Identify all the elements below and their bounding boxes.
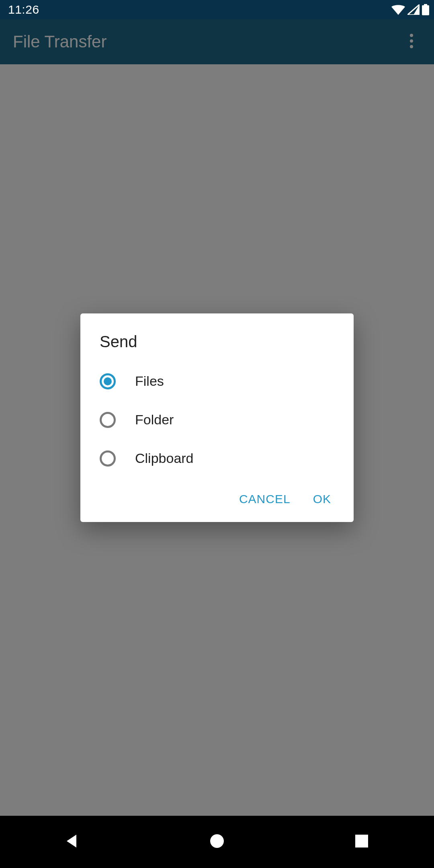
- radio-option-clipboard[interactable]: Clipboard: [90, 439, 344, 478]
- dialog-title: Send: [80, 333, 354, 362]
- radio-label: Files: [135, 373, 164, 389]
- radio-icon: [100, 373, 116, 389]
- nav-back-button[interactable]: [32, 816, 113, 868]
- svg-rect-6: [355, 835, 368, 848]
- screen: 11:26 File Transfer Send: [0, 0, 434, 868]
- wifi-icon: [391, 4, 405, 15]
- nav-recent-button[interactable]: [321, 816, 402, 868]
- status-icons: [391, 4, 429, 15]
- cancel-button[interactable]: CANCEL: [239, 492, 291, 506]
- back-triangle-icon: [64, 833, 80, 851]
- radio-label: Folder: [135, 412, 174, 428]
- radio-option-files[interactable]: Files: [90, 362, 344, 401]
- home-circle-icon: [209, 833, 225, 851]
- battery-icon: [422, 4, 429, 15]
- radio-icon: [100, 412, 116, 428]
- status-time: 11:26: [5, 3, 39, 16]
- navigation-bar: [0, 816, 434, 868]
- radio-option-folder[interactable]: Folder: [90, 401, 344, 439]
- svg-rect-1: [424, 4, 427, 6]
- recent-square-icon: [354, 834, 369, 850]
- radio-list: Files Folder Clipboard: [80, 362, 354, 478]
- radio-label: Clipboard: [135, 450, 194, 466]
- svg-point-5: [210, 834, 224, 848]
- radio-icon: [100, 450, 116, 467]
- dialog-actions: CANCEL OK: [80, 478, 354, 522]
- nav-home-button[interactable]: [177, 816, 257, 868]
- dialog-scrim[interactable]: Send Files Folder Clipboard CANCEL OK: [0, 19, 434, 816]
- send-dialog: Send Files Folder Clipboard CANCEL OK: [80, 313, 354, 522]
- svg-rect-0: [422, 5, 429, 15]
- ok-button[interactable]: OK: [313, 492, 331, 506]
- status-bar: 11:26: [0, 0, 434, 19]
- cellular-signal-icon: [407, 4, 420, 15]
